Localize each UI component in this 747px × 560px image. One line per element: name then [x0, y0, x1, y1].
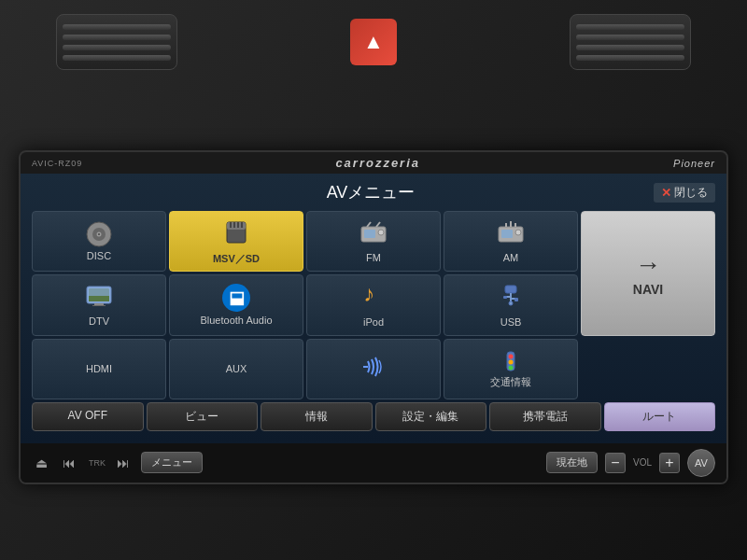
ipod-icon: ♪: [361, 281, 386, 314]
dtv-label: DTV: [89, 315, 109, 328]
controls-bar: ⏏ ⏮ TRK ⏭ メニュー 現在地 − VOL + AV: [21, 443, 726, 483]
av-button[interactable]: AV: [687, 449, 715, 477]
nav-btn-route[interactable]: ルート: [604, 402, 716, 431]
avic-model: AVIC-RZ09: [32, 159, 82, 168]
svg-line-13: [367, 222, 371, 227]
dtv-icon: [85, 283, 113, 313]
brand-bar: AVIC-RZ09 carrozzeria Pioneer: [21, 152, 726, 174]
sd-icon: [223, 218, 249, 251]
close-x-icon: ✕: [661, 186, 671, 200]
usb-icon: [498, 282, 524, 314]
head-unit: AVIC-RZ09 carrozzeria Pioneer AVメニュー ✕ 閉…: [19, 150, 728, 484]
svg-point-38: [509, 359, 514, 364]
hazard-button[interactable]: ▲: [350, 19, 397, 65]
svg-point-17: [515, 230, 521, 235]
traffic-label: 交通情報: [490, 376, 531, 388]
svg-rect-33: [514, 298, 518, 301]
svg-rect-16: [501, 230, 513, 238]
bluetooth-icon: ⬓: [222, 284, 250, 312]
screen-header: AVメニュー ✕ 閉じる: [32, 181, 715, 203]
menu-item-disc[interactable]: DISC: [32, 211, 166, 272]
nav-btn-info[interactable]: 情報: [261, 402, 373, 431]
ipod-label: iPod: [363, 316, 384, 329]
vol-minus-button[interactable]: −: [605, 453, 626, 473]
disc-label: DISC: [87, 250, 111, 262]
eject-button[interactable]: ⏏: [32, 454, 51, 472]
menu-item-navi[interactable]: → NAVI: [581, 211, 715, 335]
menu-item-msv-sd[interactable]: MSV／SD: [169, 211, 303, 272]
fm-radio-icon: [359, 219, 388, 249]
svg-rect-8: [237, 222, 239, 228]
svg-rect-6: [230, 222, 232, 228]
menu-button[interactable]: メニュー: [141, 452, 203, 473]
bluetooth-label: Bluetooth Audio: [200, 315, 272, 327]
brand-carrozzeria: carrozzeria: [335, 156, 420, 170]
svg-rect-9: [241, 222, 243, 228]
menu-item-ipod[interactable]: ♪ iPod: [306, 274, 441, 335]
menu-item-usb[interactable]: USB: [444, 274, 578, 335]
menu-item-sound[interactable]: [306, 339, 441, 399]
prev-track-button[interactable]: ⏮: [59, 454, 79, 472]
svg-point-12: [378, 230, 384, 235]
menu-item-traffic[interactable]: 交通情報: [444, 339, 578, 399]
menu-item-aux[interactable]: AUX: [169, 339, 303, 399]
position-button[interactable]: 現在地: [546, 452, 598, 473]
svg-rect-7: [233, 222, 235, 228]
nav-btn-view[interactable]: ビュー: [147, 402, 259, 431]
vents-area: ▲: [0, 0, 747, 84]
car-surround: ▲ AVIC-RZ09 carrozzeria Pioneer AVメニュー: [0, 0, 747, 560]
msv-sd-label: MSV／SD: [213, 253, 260, 265]
nav-btn-settings[interactable]: 設定・編集: [375, 402, 487, 431]
svg-rect-11: [364, 230, 375, 238]
menu-grid: DISC MSV／SD: [32, 211, 715, 399]
svg-rect-28: [505, 286, 516, 293]
aux-label: AUX: [226, 363, 247, 375]
disc-icon: [86, 221, 112, 247]
screen-title: AVメニュー: [88, 181, 654, 203]
left-vent: [56, 14, 177, 70]
nav-bar: AV OFF ビュー 情報 設定・編集 携帯電話 ルート: [32, 402, 715, 431]
navi-label: NAVI: [633, 282, 663, 298]
menu-item-fm[interactable]: FM: [306, 211, 441, 272]
right-vent: [570, 14, 691, 70]
vol-plus-button[interactable]: +: [659, 453, 680, 473]
trk-label: TRK: [89, 458, 106, 468]
svg-point-34: [509, 301, 513, 305]
svg-line-14: [376, 222, 380, 227]
menu-item-am[interactable]: AM: [444, 211, 578, 272]
close-label: 閉じる: [674, 185, 708, 201]
menu-item-hdmi[interactable]: HDMI: [32, 339, 166, 399]
close-button[interactable]: ✕ 閉じる: [654, 183, 715, 203]
sound-wave-icon: [359, 356, 388, 382]
svg-rect-32: [503, 296, 507, 299]
usb-label: USB: [500, 316, 522, 329]
nav-btn-av-off[interactable]: AV OFF: [32, 402, 144, 431]
menu-item-dtv[interactable]: DTV: [32, 274, 166, 335]
svg-text:♪: ♪: [363, 281, 374, 306]
am-label: AM: [503, 252, 519, 264]
svg-rect-24: [92, 305, 106, 306]
svg-rect-23: [94, 303, 104, 305]
menu-item-bluetooth[interactable]: ⬓ Bluetooth Audio: [169, 274, 303, 335]
vol-label: VOL: [633, 457, 652, 468]
svg-point-37: [509, 354, 514, 358]
nav-btn-phone[interactable]: 携帯電話: [489, 402, 601, 431]
fm-label: FM: [366, 252, 381, 264]
traffic-icon: [498, 350, 524, 376]
svg-rect-26: [89, 296, 109, 301]
navi-arrow-icon: →: [635, 250, 661, 280]
svg-point-39: [509, 365, 514, 370]
screen: AVメニュー ✕ 閉じる DISC: [21, 174, 726, 443]
am-radio-icon: [497, 219, 525, 249]
next-track-button[interactable]: ⏭: [113, 454, 134, 472]
hdmi-label: HDMI: [86, 363, 112, 375]
svg-point-3: [98, 233, 100, 235]
brand-pioneer: Pioneer: [673, 158, 715, 169]
